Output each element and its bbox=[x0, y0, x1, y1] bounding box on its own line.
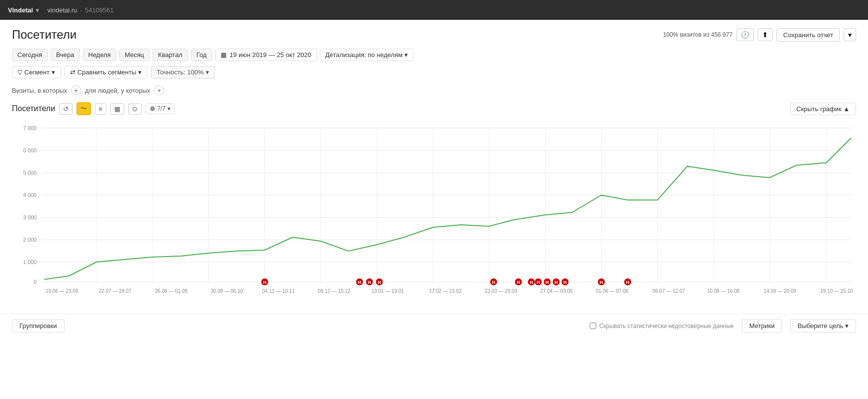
line-chart-btn[interactable]: 〜 bbox=[77, 102, 91, 115]
chart-area: 7 000 6 000 5 000 4 000 3 000 2 000 1 00… bbox=[12, 118, 856, 302]
detail-arrow: ▾ bbox=[404, 51, 408, 59]
svg-text:H: H bbox=[530, 280, 533, 285]
date-range-button[interactable]: ▦ 19 июн 2019 — 25 окт 2020 bbox=[215, 49, 317, 61]
segment-label: Сегмент bbox=[24, 68, 50, 76]
metrics-count-button[interactable]: 7/7 ▾ bbox=[146, 103, 175, 114]
svg-text:H: H bbox=[626, 280, 629, 285]
calendar-icon: ▦ bbox=[221, 51, 227, 59]
svg-text:7 000: 7 000 bbox=[23, 125, 36, 131]
separator: · bbox=[80, 6, 82, 14]
visits-info: 100% визитов из 456 977 bbox=[663, 31, 732, 38]
svg-text:14.09 — 20.09: 14.09 — 20.09 bbox=[764, 288, 796, 294]
condition-row: Визиты, в которых + для людей, у которых… bbox=[12, 85, 856, 95]
metrics-count: 7/7 bbox=[157, 105, 165, 112]
domain-label: vindetal.ru bbox=[47, 6, 77, 14]
period-week[interactable]: Неделя bbox=[83, 49, 116, 61]
bottom-right: Скрывать статистически недостоверные дан… bbox=[590, 319, 856, 332]
svg-text:3 000: 3 000 bbox=[23, 214, 36, 220]
svg-text:10.08 — 16.08: 10.08 — 16.08 bbox=[707, 288, 740, 294]
svg-text:0: 0 bbox=[34, 279, 37, 285]
refresh-chart-btn[interactable]: ↺ bbox=[59, 103, 73, 115]
period-yesterday[interactable]: Вчера bbox=[51, 49, 80, 61]
svg-text:H: H bbox=[563, 280, 566, 285]
svg-text:H: H bbox=[492, 280, 495, 285]
bottom-left: Группировки bbox=[12, 319, 65, 332]
svg-text:H: H bbox=[378, 280, 381, 285]
stat-unreliable-checkbox[interactable] bbox=[590, 323, 596, 329]
svg-text:04.11 — 10.11: 04.11 — 10.11 bbox=[262, 288, 295, 294]
filter-row: Сегодня Вчера Неделя Месяц Квартал Год ▦… bbox=[12, 49, 856, 61]
bar-chart-btn[interactable]: ▦ bbox=[110, 103, 124, 115]
svg-text:1 000: 1 000 bbox=[23, 259, 36, 265]
metrics-arrow: ▾ bbox=[167, 105, 170, 112]
svg-text:23.03 — 29.03: 23.03 — 29.03 bbox=[484, 288, 517, 294]
svg-text:13.01 — 19.01: 13.01 — 19.01 bbox=[372, 288, 404, 294]
compare-label: Сравнить сегменты bbox=[78, 68, 137, 76]
save-report-button[interactable]: Сохранить отчет bbox=[777, 28, 840, 42]
svg-text:5 000: 5 000 bbox=[23, 170, 36, 176]
dots-chart-btn[interactable]: ⊙ bbox=[128, 103, 142, 115]
svg-text:H: H bbox=[600, 280, 603, 285]
svg-text:27.04 — 03.05: 27.04 — 03.05 bbox=[540, 288, 573, 294]
segment-button[interactable]: ▽ Сегмент ▾ bbox=[12, 66, 61, 78]
segment-row: ▽ Сегмент ▾ ⇄ Сравнить сегменты ▾ Точнос… bbox=[12, 66, 856, 78]
svg-text:30.09 — 06.10: 30.09 — 06.10 bbox=[211, 288, 243, 294]
stat-unreliable-label: Скрывать статистически недостоверные дан… bbox=[599, 323, 734, 330]
compare-segments-button[interactable]: ⇄ Сравнить сегменты ▾ bbox=[65, 66, 148, 78]
groupings-button[interactable]: Группировки bbox=[12, 319, 65, 332]
top-bar: Vindetal ▾ vindetal.ru · 54109561 bbox=[0, 0, 868, 20]
site-id: 54109561 bbox=[85, 6, 114, 14]
metrics-dot bbox=[150, 106, 155, 111]
stat-unreliable-toggle: Скрывать статистически недостоверные дан… bbox=[590, 323, 734, 330]
area-chart-btn[interactable]: ≡ bbox=[95, 103, 107, 115]
chart-svg: 7 000 6 000 5 000 4 000 3 000 2 000 1 00… bbox=[12, 118, 856, 302]
svg-text:09.12 — 15.12: 09.12 — 15.12 bbox=[318, 288, 351, 294]
hide-chart-button[interactable]: Скрыть график ▲ bbox=[790, 103, 856, 115]
add-visit-condition[interactable]: + bbox=[71, 85, 81, 95]
goal-label: Выберите цель bbox=[797, 322, 843, 330]
goal-arrow: ▾ bbox=[845, 322, 849, 330]
history-button[interactable]: 🕐 bbox=[736, 28, 754, 41]
add-people-condition[interactable]: + bbox=[154, 85, 164, 95]
title-actions: 100% визитов из 456 977 🕐 ⬆ Сохранить от… bbox=[663, 28, 856, 42]
export-button[interactable]: ⬆ bbox=[758, 28, 773, 41]
brand-name: Vindetal bbox=[8, 6, 33, 14]
svg-text:01.06 — 07.06: 01.06 — 07.06 bbox=[596, 288, 629, 294]
svg-text:17.02 — 23.02: 17.02 — 23.02 bbox=[429, 288, 462, 294]
period-year[interactable]: Год bbox=[191, 49, 212, 61]
brand-chevron[interactable]: ▾ bbox=[36, 6, 39, 14]
detail-button[interactable]: Детализация: по неделям ▾ bbox=[320, 49, 413, 61]
save-arrow-button[interactable]: ▾ bbox=[844, 28, 856, 41]
metrics-button[interactable]: Метрики bbox=[742, 319, 782, 332]
accuracy-button[interactable]: Точность: 100% ▾ bbox=[151, 66, 214, 78]
chart-title: Посетители bbox=[12, 104, 55, 113]
for-people-label: для людей, у которых bbox=[85, 87, 150, 94]
chart-title-row: Посетители ↺ 〜 ≡ ▦ ⊙ 7/7 ▾ bbox=[12, 102, 175, 115]
svg-text:H: H bbox=[546, 280, 549, 285]
filter-icon: ▽ bbox=[17, 68, 22, 76]
visits-in-label: Визиты, в которых bbox=[12, 87, 67, 94]
select-goal-button[interactable]: Выберите цель ▾ bbox=[790, 319, 856, 332]
hide-chart-label: Скрыть график bbox=[796, 105, 842, 113]
hide-chart-arrow: ▲ bbox=[843, 105, 850, 113]
svg-text:6 000: 6 000 bbox=[23, 147, 36, 153]
svg-text:4 000: 4 000 bbox=[23, 192, 36, 198]
svg-text:2 000: 2 000 bbox=[23, 237, 36, 243]
compare-icon: ⇄ bbox=[70, 68, 76, 76]
bottom-bar: Группировки Скрывать статистически недос… bbox=[0, 314, 868, 337]
chart-header: Посетители ↺ 〜 ≡ ▦ ⊙ 7/7 ▾ Скрыть график… bbox=[12, 102, 856, 115]
period-quarter[interactable]: Квартал bbox=[153, 49, 188, 61]
accuracy-arrow: ▾ bbox=[206, 68, 209, 76]
period-today[interactable]: Сегодня bbox=[12, 49, 48, 61]
segment-arrow: ▾ bbox=[52, 68, 55, 76]
title-row: Посетители 100% визитов из 456 977 🕐 ⬆ С… bbox=[12, 28, 856, 42]
svg-text:H: H bbox=[517, 280, 520, 285]
svg-text:H: H bbox=[358, 280, 361, 285]
accuracy-label: Точность: 100% bbox=[157, 68, 204, 76]
svg-text:H: H bbox=[368, 280, 371, 285]
svg-text:19.06 — 23.06: 19.06 — 23.06 bbox=[46, 288, 79, 294]
detail-label: Детализация: по неделям bbox=[325, 51, 403, 59]
svg-text:H: H bbox=[537, 280, 540, 285]
period-month[interactable]: Месяц bbox=[119, 49, 150, 61]
compare-arrow: ▾ bbox=[138, 68, 142, 76]
